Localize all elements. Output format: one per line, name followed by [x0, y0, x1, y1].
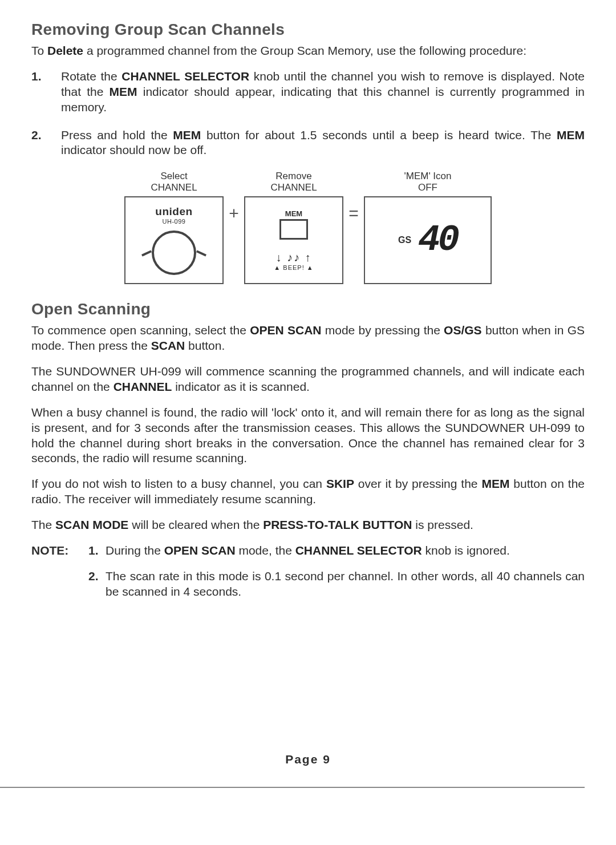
channel-number: 40 — [418, 220, 457, 261]
section-heading-open-scanning: Open Scanning — [31, 300, 585, 318]
step-text: Press and hold the MEM button for about … — [61, 128, 585, 159]
note-list: 1. During the OPEN SCAN mode, the CHANNE… — [88, 543, 585, 610]
procedure-diagram: SelectCHANNEL uniden UH-099 + RemoveCHAN… — [31, 171, 585, 284]
gs-indicator: GS — [398, 235, 411, 245]
step-number: 1. — [31, 69, 61, 115]
body-paragraph: The SCAN MODE will be cleared when the P… — [31, 517, 585, 533]
mem-label: MEM — [285, 209, 302, 218]
diagram-box-knob: uniden UH-099 — [124, 196, 224, 284]
step-item: 1. Rotate the CHANNEL SELECTOR knob unti… — [31, 69, 585, 115]
brand-label: uniden — [155, 205, 192, 218]
procedure-list: 1. Rotate the CHANNEL SELECTOR knob unti… — [31, 69, 585, 158]
diagram-box-mem: MEM ↓ ♪♪ ↑ ▲ BEEP! ▲ — [244, 196, 343, 284]
body-paragraph: The SUNDOWNER UH-099 will commence scann… — [31, 364, 585, 395]
diagram-col-result: 'MEM' IconOFF GS 40 — [364, 171, 492, 284]
diagram-col-remove: RemoveCHANNEL MEM ↓ ♪♪ ↑ ▲ BEEP! ▲ — [244, 171, 343, 284]
footer-rule — [0, 787, 585, 788]
body-paragraph: To commence open scanning, select the OP… — [31, 323, 585, 354]
lcd-display: GS 40 — [398, 220, 457, 261]
equals-icon: = — [343, 171, 364, 223]
note-block: NOTE: 1. During the OPEN SCAN mode, the … — [31, 543, 585, 610]
section-heading-removing: Removing Group Scan Channels — [31, 21, 585, 39]
diagram-box-lcd: GS 40 — [364, 196, 492, 284]
beep-notes-icon: ↓ ♪♪ ↑ — [275, 251, 311, 264]
mem-button-icon — [279, 219, 308, 240]
note-item: 1. During the OPEN SCAN mode, the CHANNE… — [88, 543, 585, 559]
step-item: 2. Press and hold the MEM button for abo… — [31, 128, 585, 159]
intro-paragraph: To Delete a programmed channel from the … — [31, 43, 585, 59]
model-label: UH-099 — [163, 218, 186, 225]
diagram-col-select: SelectCHANNEL uniden UH-099 — [124, 171, 224, 284]
manual-page: Removing Group Scan Channels To Delete a… — [0, 0, 616, 845]
step-text: Rotate the CHANNEL SELECTOR knob until t… — [61, 69, 585, 115]
note-label: NOTE: — [31, 543, 88, 610]
step-number: 2. — [31, 128, 61, 159]
body-paragraph: If you do not wish to listen to a busy c… — [31, 476, 585, 507]
body-paragraph: When a busy channel is found, the radio … — [31, 405, 585, 467]
page-number: Page 9 — [0, 753, 616, 766]
note-item: 2. The scan rate in this mode is 0.1 sec… — [88, 569, 585, 600]
knob-icon — [152, 231, 196, 275]
plus-icon: + — [224, 171, 244, 223]
